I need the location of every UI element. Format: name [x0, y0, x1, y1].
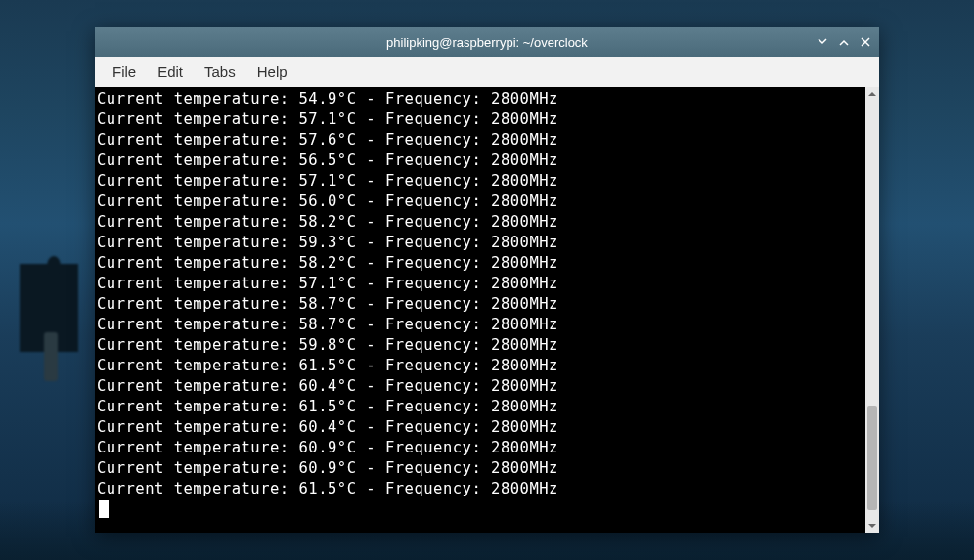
menu-tabs[interactable]: Tabs	[195, 60, 245, 84]
desktop-background-bird	[20, 264, 78, 352]
terminal-line: Current temperature: 56.5°C - Frequency:…	[97, 151, 863, 171]
chevron-up-icon	[868, 90, 876, 98]
terminal-line: Current temperature: 58.2°C - Frequency:…	[97, 212, 863, 233]
window-title: philipking@raspberrypi: ~/overclock	[95, 35, 879, 50]
terminal-cursor	[99, 500, 109, 518]
scrollbar-thumb[interactable]	[867, 406, 877, 510]
terminal-output[interactable]: Current temperature: 54.9°C - Frequency:…	[95, 87, 865, 533]
menu-help[interactable]: Help	[247, 60, 297, 84]
terminal-line: Current temperature: 56.0°C - Frequency:…	[97, 192, 863, 212]
terminal-line: Current temperature: 60.9°C - Frequency:…	[97, 438, 863, 458]
terminal-line: Current temperature: 61.5°C - Frequency:…	[97, 397, 863, 417]
maximize-icon	[838, 36, 850, 48]
vertical-scrollbar[interactable]	[865, 87, 879, 533]
terminal-cursor-line	[97, 499, 863, 520]
chevron-down-icon	[868, 522, 876, 530]
terminal-line: Current temperature: 60.9°C - Frequency:…	[97, 458, 863, 479]
close-button[interactable]	[858, 34, 873, 50]
terminal-line: Current temperature: 57.1°C - Frequency:…	[97, 171, 863, 192]
terminal-line: Current temperature: 57.1°C - Frequency:…	[97, 274, 863, 294]
terminal-line: Current temperature: 58.7°C - Frequency:…	[97, 294, 863, 315]
close-icon	[860, 36, 871, 48]
terminal-line: Current temperature: 54.9°C - Frequency:…	[97, 89, 863, 109]
menu-edit[interactable]: Edit	[148, 60, 193, 84]
scrollbar-track[interactable]	[865, 101, 879, 519]
terminal-line: Current temperature: 60.4°C - Frequency:…	[97, 417, 863, 438]
window-controls	[815, 27, 873, 57]
terminal-line: Current temperature: 59.8°C - Frequency:…	[97, 335, 863, 356]
terminal-line: Current temperature: 59.3°C - Frequency:…	[97, 233, 863, 253]
terminal-line: Current temperature: 57.6°C - Frequency:…	[97, 130, 863, 151]
terminal-line: Current temperature: 61.5°C - Frequency:…	[97, 356, 863, 376]
terminal-line: Current temperature: 58.2°C - Frequency:…	[97, 253, 863, 274]
menubar: File Edit Tabs Help	[95, 57, 879, 87]
menu-file[interactable]: File	[103, 60, 146, 84]
scrollbar-down-button[interactable]	[865, 519, 879, 533]
window-titlebar[interactable]: philipking@raspberrypi: ~/overclock	[95, 27, 879, 57]
terminal-window: philipking@raspberrypi: ~/overclock File…	[95, 27, 879, 533]
minimize-icon	[817, 36, 828, 48]
scrollbar-up-button[interactable]	[865, 87, 879, 101]
terminal-line: Current temperature: 57.1°C - Frequency:…	[97, 109, 863, 130]
maximize-button[interactable]	[836, 34, 852, 50]
minimize-button[interactable]	[815, 34, 830, 50]
terminal-line: Current temperature: 60.4°C - Frequency:…	[97, 376, 863, 397]
terminal-line: Current temperature: 61.5°C - Frequency:…	[97, 479, 863, 499]
terminal-line: Current temperature: 58.7°C - Frequency:…	[97, 315, 863, 335]
terminal-body-wrapper: Current temperature: 54.9°C - Frequency:…	[95, 87, 879, 533]
